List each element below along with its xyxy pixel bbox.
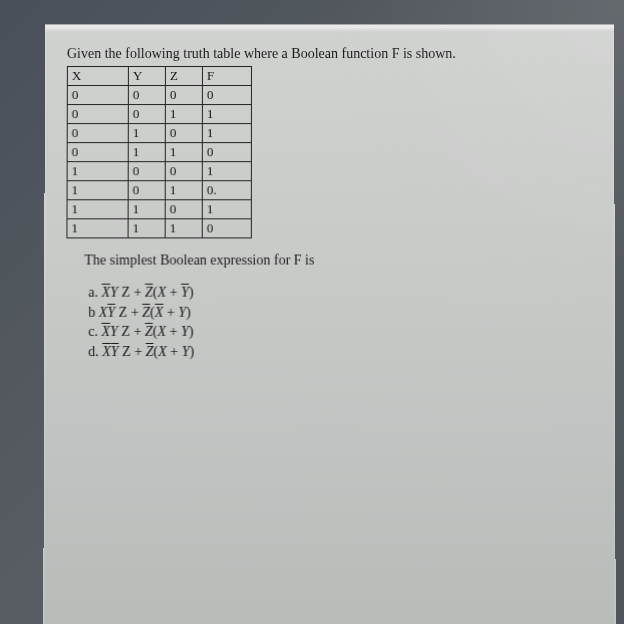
table-row: 1 1 1 0 [67, 219, 251, 238]
cell: 0 [165, 200, 202, 219]
table-row: 0 0 1 1 [67, 105, 251, 124]
truth-table: X Y Z F 0 0 0 0 0 0 1 1 0 1 0 1 0 1 1 0 [66, 66, 252, 238]
table-header-row: X Y Z F [67, 67, 251, 86]
cell: 1 [165, 219, 202, 238]
cell: 1 [67, 219, 128, 238]
cell: 0 [67, 124, 128, 143]
header-y: Y [128, 67, 165, 86]
table-row: 1 0 0 1 [67, 162, 251, 181]
option-a: a. XY Z + Z(X + Y) [88, 283, 592, 303]
table-row: 0 0 0 0 [67, 86, 251, 105]
cell: 1 [128, 200, 165, 219]
cell: 1 [128, 124, 165, 143]
cell: 1 [165, 181, 202, 200]
cell: 1 [202, 200, 251, 219]
cell: 1 [202, 105, 251, 124]
option-label: b [88, 304, 95, 319]
option-label: a. [88, 285, 98, 300]
cell: 0 [67, 143, 128, 162]
option-label: c. [88, 324, 98, 339]
cell: 1 [128, 143, 165, 162]
cell: 0 [128, 162, 165, 181]
question-prompt: Given the following truth table where a … [67, 46, 592, 62]
cell: 0 [128, 86, 165, 105]
cell: 1 [202, 162, 251, 181]
cell: 0 [128, 105, 165, 124]
cell: 1 [67, 200, 128, 219]
cell: 0 [202, 219, 251, 238]
cell: 1 [67, 181, 128, 200]
option-b: b XY Z + Z(X + Y) [88, 302, 592, 322]
cell: 0 [67, 86, 128, 105]
cell: 0 [165, 124, 202, 143]
cell: 0 [165, 86, 202, 105]
cell: 1 [128, 219, 165, 238]
cell: 0 [128, 181, 165, 200]
cell: 0 [67, 105, 128, 124]
option-d: d. XY Z + Z(X + Y) [88, 342, 593, 362]
cell: 1 [202, 124, 251, 143]
document-page: Given the following truth table where a … [43, 25, 615, 624]
table-row: 1 1 0 1 [67, 200, 251, 219]
header-x: X [67, 67, 128, 86]
cell: 0. [202, 181, 251, 200]
header-f: F [202, 67, 251, 86]
header-z: Z [165, 67, 202, 86]
cell: 0 [202, 143, 251, 162]
table-row: 0 1 1 0 [67, 143, 251, 162]
options-list: a. XY Z + Z(X + Y) b XY Z + Z(X + Y) c. … [88, 283, 593, 362]
table-row: 0 1 0 1 [67, 124, 251, 143]
question-text: The simplest Boolean expression for F is [84, 252, 592, 268]
cell: 1 [67, 162, 128, 181]
cell: 0 [165, 162, 202, 181]
cell: 0 [202, 86, 251, 105]
cell: 1 [165, 143, 202, 162]
option-c: c. XY Z + Z(X + Y) [88, 322, 593, 342]
option-label: d. [88, 344, 99, 359]
table-row: 1 0 1 0. [67, 181, 251, 200]
cell: 1 [165, 105, 202, 124]
